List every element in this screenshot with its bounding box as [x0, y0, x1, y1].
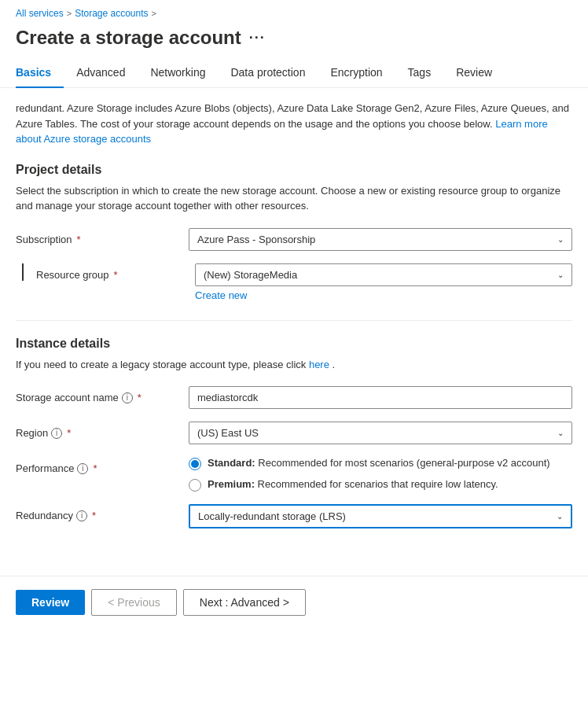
page-title: Create a storage account: [16, 27, 241, 49]
resource-group-row: Resource group * (New) StorageMedia ⌄ Cr…: [16, 263, 572, 301]
instance-details-section: Instance details If you need to create a…: [16, 337, 572, 529]
performance-premium-label: Premium: Recommended for scenarios that …: [208, 478, 498, 490]
subscription-label: Subscription *: [16, 228, 189, 245]
resource-group-label: Resource group *: [22, 263, 195, 281]
region-chevron-icon: ⌄: [557, 429, 564, 437]
subscription-control: Azure Pass - Sponsorship ⌄: [189, 228, 572, 251]
performance-required: *: [93, 462, 97, 474]
storage-name-required: *: [138, 392, 141, 403]
resource-group-required: *: [114, 269, 118, 281]
subscription-dropdown[interactable]: Azure Pass - Sponsorship ⌄: [189, 228, 572, 251]
subscription-value: Azure Pass - Sponsorship: [197, 234, 315, 245]
storage-name-input[interactable]: [189, 386, 572, 409]
region-required: *: [67, 427, 71, 439]
tab-review[interactable]: Review: [443, 58, 505, 88]
intro-text: redundant. Azure Storage includes Azure …: [16, 101, 572, 147]
breadcrumb-storage-accounts[interactable]: Storage accounts: [75, 8, 148, 19]
project-details-section: Project details Select the subscription …: [16, 163, 572, 301]
region-info-icon[interactable]: i: [51, 428, 62, 439]
main-content: redundant. Azure Storage includes Azure …: [0, 88, 588, 560]
review-button[interactable]: Review: [16, 590, 85, 615]
tab-advanced[interactable]: Advanced: [64, 58, 138, 88]
subscription-row: Subscription * Azure Pass - Sponsorship …: [16, 228, 572, 251]
performance-row: Performance i * Standard: Recommended fo…: [16, 457, 572, 492]
resource-group-chevron-icon: ⌄: [557, 271, 564, 279]
performance-standard-radio[interactable]: [189, 458, 201, 470]
performance-premium-radio[interactable]: [189, 479, 201, 492]
instance-details-desc: If you need to create a legacy storage a…: [16, 357, 572, 373]
performance-control: Standard: Recommended for most scenarios…: [189, 457, 572, 492]
storage-name-row: Storage account name i *: [16, 386, 572, 409]
performance-label: Performance i *: [16, 457, 189, 474]
redundancy-required: *: [92, 510, 96, 521]
section-divider: [16, 320, 572, 321]
resource-group-dropdown[interactable]: (New) StorageMedia ⌄: [195, 263, 572, 286]
project-details-desc: Select the subscription in which to crea…: [16, 183, 572, 214]
breadcrumb-sep-1: >: [67, 9, 72, 18]
tab-basics[interactable]: Basics: [16, 58, 64, 88]
performance-standard-label: Standard: Recommended for most scenarios…: [208, 457, 550, 469]
subscription-required: *: [77, 234, 81, 245]
breadcrumb-sep-2: >: [152, 9, 156, 18]
breadcrumb-all-services[interactable]: All services: [16, 8, 64, 19]
performance-radio-group: Standard: Recommended for most scenarios…: [189, 457, 572, 492]
subscription-chevron-icon: ⌄: [557, 235, 564, 244]
storage-name-label: Storage account name i *: [16, 386, 189, 403]
resource-group-control: (New) StorageMedia ⌄ Create new: [195, 263, 572, 301]
performance-info-icon[interactable]: i: [77, 463, 88, 474]
region-dropdown[interactable]: (US) East US ⌄: [189, 422, 572, 444]
tab-tags[interactable]: Tags: [395, 58, 444, 88]
redundancy-chevron-icon: ⌄: [557, 512, 563, 521]
instance-details-title: Instance details: [16, 337, 572, 351]
storage-name-control: [189, 386, 572, 409]
region-value: (US) East US: [197, 427, 259, 439]
breadcrumb: All services > Storage accounts >: [0, 0, 588, 24]
tab-encryption[interactable]: Encryption: [318, 58, 395, 88]
region-row: Region i * (US) East US ⌄: [16, 422, 572, 444]
performance-premium-option[interactable]: Premium: Recommended for scenarios that …: [189, 478, 572, 492]
tab-data-protection[interactable]: Data protection: [218, 58, 318, 88]
page-menu-icon[interactable]: ···: [249, 30, 266, 46]
previous-button[interactable]: < Previous: [91, 589, 177, 616]
tab-networking[interactable]: Networking: [138, 58, 218, 88]
redundancy-value: Locally-redundant storage (LRS): [198, 510, 346, 522]
redundancy-control: Locally-redundant storage (LRS) ⌄: [189, 504, 572, 528]
redundancy-info-icon[interactable]: i: [76, 510, 87, 521]
performance-standard-option[interactable]: Standard: Recommended for most scenarios…: [189, 457, 572, 470]
next-button[interactable]: Next : Advanced >: [183, 589, 306, 616]
resource-group-value: (New) StorageMedia: [204, 269, 297, 281]
legacy-here-link[interactable]: here: [309, 359, 329, 370]
redundancy-label: Redundancy i *: [16, 504, 189, 521]
tab-bar: Basics Advanced Networking Data protecti…: [0, 58, 588, 88]
region-label: Region i *: [16, 422, 189, 439]
create-new-link[interactable]: Create new: [195, 289, 572, 301]
project-details-title: Project details: [16, 163, 572, 177]
redundancy-dropdown[interactable]: Locally-redundant storage (LRS) ⌄: [189, 504, 572, 528]
page-header: Create a storage account ···: [0, 24, 588, 58]
redundancy-row: Redundancy i * Locally-redundant storage…: [16, 504, 572, 528]
storage-name-info-icon[interactable]: i: [122, 392, 133, 403]
region-control: (US) East US ⌄: [189, 422, 572, 444]
footer: Review < Previous Next : Advanced >: [0, 576, 588, 628]
